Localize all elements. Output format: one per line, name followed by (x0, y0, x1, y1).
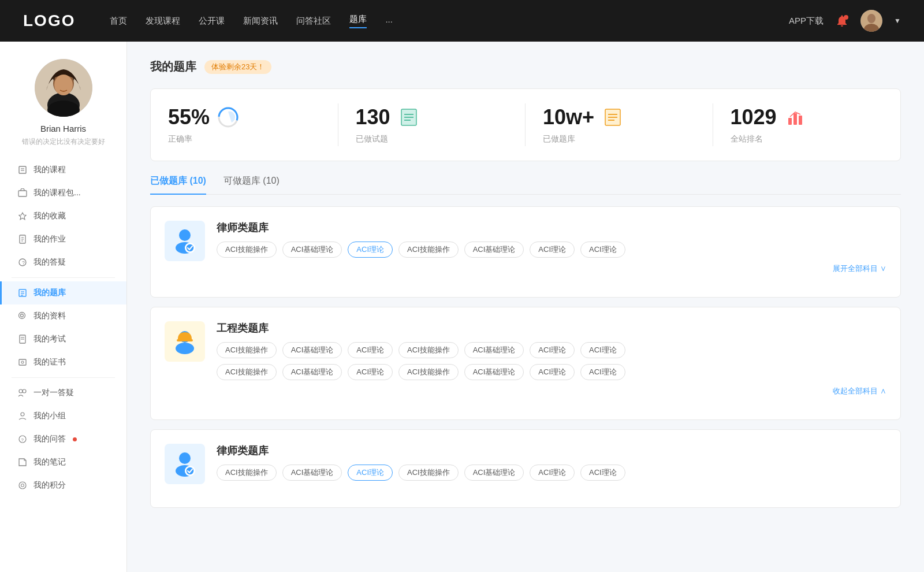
lawyer-icon-1 (165, 221, 205, 261)
expand-lawyer-1[interactable]: 展开全部科目 ∨ (217, 263, 886, 274)
tag-1[interactable]: ACI技能操作 (217, 242, 277, 258)
tag-4[interactable]: ACI技能操作 (398, 242, 459, 258)
bank-header-lawyer-2: 律师类题库 ACI技能操作 ACI基础理论 ACI理论 ACI技能操作 ACI基… (165, 444, 886, 484)
l2-tag-6[interactable]: ACI理论 (530, 465, 575, 481)
svg-point-30 (21, 361, 24, 363)
l2-tag-1[interactable]: ACI技能操作 (217, 465, 277, 481)
l2-tag-4[interactable]: ACI技能操作 (398, 465, 459, 481)
tag-3[interactable]: ACI理论 (348, 242, 393, 258)
sidebar-material-label: 我的资料 (33, 311, 66, 321)
sidebar-item-exam[interactable]: 我的考试 (0, 328, 126, 351)
oneonone-icon (17, 388, 28, 398)
bar-chart-icon (785, 107, 806, 128)
svg-rect-58 (177, 339, 193, 341)
navbar: LOGO 首页 发现课程 公开课 新闻资讯 问答社区 题库 ··· APP下载 … (0, 0, 924, 42)
trial-badge: 体验剩余23天！ (204, 60, 271, 74)
stat-correct-rate: 55% 正确率 (151, 89, 338, 161)
eng-tag-10[interactable]: ACI理论 (348, 364, 393, 380)
sidebar-item-points[interactable]: 我的积分 (0, 474, 126, 497)
eng-tag-14[interactable]: ACI理论 (580, 364, 625, 380)
sidebar-item-favorite[interactable]: 我的收藏 (0, 205, 126, 228)
cert-icon (17, 357, 28, 367)
sidebar-qa-label: 我的答疑 (33, 257, 66, 268)
nav-more[interactable]: ··· (385, 16, 393, 26)
page-title: 我的题库 (150, 59, 196, 75)
eng-tag-5[interactable]: ACI基础理论 (464, 342, 524, 358)
nav-qa[interactable]: 问答社区 (296, 16, 331, 27)
eng-tag-13[interactable]: ACI理论 (530, 364, 575, 380)
nav-news[interactable]: 新闻资讯 (243, 16, 278, 27)
eng-tag-6[interactable]: ACI理论 (530, 342, 575, 358)
tab-bar: 已做题库 (10) 可做题库 (10) (150, 175, 901, 195)
sidebar-notes-label: 我的笔记 (33, 457, 66, 467)
svg-rect-49 (788, 118, 792, 125)
tag-6[interactable]: ACI理论 (530, 242, 575, 258)
tab-done[interactable]: 已做题库 (10) (150, 175, 206, 194)
eng-tag-1[interactable]: ACI技能操作 (217, 342, 277, 358)
note-icon (17, 457, 28, 467)
nav-open[interactable]: 公开课 (199, 16, 225, 27)
sidebar-item-notes[interactable]: 我的笔记 (0, 451, 126, 474)
user-dropdown-icon[interactable]: ▼ (894, 17, 901, 25)
l2-tag-5[interactable]: ACI基础理论 (464, 465, 524, 481)
tag-5[interactable]: ACI基础理论 (464, 242, 524, 258)
sidebar-item-oneonone[interactable]: 一对一答疑 (0, 381, 126, 404)
nav-bank[interactable]: 题库 (349, 14, 367, 28)
stat-q-value: 130 (356, 105, 390, 129)
l2-tag-7[interactable]: ACI理论 (580, 465, 625, 481)
app-download-link[interactable]: APP下载 (789, 16, 824, 27)
eng-tag-7[interactable]: ACI理论 (580, 342, 625, 358)
sidebar-package-label: 我的课程包... (33, 188, 81, 198)
svg-rect-9 (19, 166, 26, 173)
svg-rect-51 (799, 116, 802, 125)
sidebar-user-name: Brian Harris (40, 124, 86, 133)
sidebar-item-package[interactable]: 我的课程包... (0, 181, 126, 205)
bank-tags-lawyer-1: ACI技能操作 ACI基础理论 ACI理论 ACI技能操作 ACI基础理论 AC… (217, 242, 886, 258)
user-avatar[interactable] (860, 10, 882, 32)
sidebar-item-homework[interactable]: 我的作业 (0, 228, 126, 251)
sidebar-exam-label: 我的考试 (33, 334, 66, 344)
logo[interactable]: LOGO (23, 12, 75, 30)
svg-point-7 (54, 75, 73, 95)
l2-tag-2[interactable]: ACI基础理论 (282, 465, 342, 481)
collapse-engineer[interactable]: 收起全部科目 ∧ (217, 386, 886, 396)
sidebar-item-qna[interactable]: ? 我的问答 (0, 428, 126, 451)
nav-discover[interactable]: 发现课程 (146, 16, 180, 27)
sidebar-group-label: 我的小组 (33, 411, 66, 421)
package-icon (17, 188, 28, 198)
eng-tag-12[interactable]: ACI基础理论 (464, 364, 524, 380)
stat-correct-top: 55% (168, 105, 321, 129)
sidebar-item-material[interactable]: 我的资料 (0, 304, 126, 328)
doc-list-icon (398, 107, 419, 128)
eng-tag-2[interactable]: ACI基础理论 (282, 342, 342, 358)
sidebar-item-cert[interactable]: 我的证书 (0, 351, 126, 374)
lawyer-icon-2 (165, 444, 205, 484)
eng-tag-4[interactable]: ACI技能操作 (398, 342, 459, 358)
stat-correct-value: 55% (168, 105, 210, 129)
nav-home[interactable]: 首页 (110, 16, 127, 27)
bank-content-lawyer-2: 律师类题库 ACI技能操作 ACI基础理论 ACI理论 ACI技能操作 ACI基… (217, 444, 886, 481)
eng-tag-3[interactable]: ACI理论 (348, 342, 393, 358)
tab-available[interactable]: 可做题库 (10) (223, 175, 280, 194)
stat-questions-done: 130 已做试题 (338, 89, 526, 161)
svg-marker-13 (19, 213, 26, 220)
sidebar-item-group[interactable]: 我的小组 (0, 404, 126, 428)
svg-point-59 (179, 452, 191, 464)
eng-tag-9[interactable]: ACI基础理论 (282, 364, 342, 380)
l2-tag-3[interactable]: ACI理论 (348, 465, 393, 481)
tag-7[interactable]: ACI理论 (580, 242, 625, 258)
sidebar-item-answerqa[interactable]: ? 我的答疑 (0, 251, 126, 274)
sidebar-favorite-label: 我的收藏 (33, 211, 66, 221)
points-icon (17, 480, 28, 491)
material-icon (17, 311, 28, 321)
svg-point-37 (21, 484, 24, 487)
notification-bell-icon[interactable] (835, 14, 849, 28)
sidebar-item-bank[interactable]: 我的题库 (0, 281, 126, 304)
sidebar-item-course[interactable]: 我的课程 (0, 158, 126, 181)
star-icon (17, 211, 28, 221)
eng-tag-8[interactable]: ACI技能操作 (217, 364, 277, 380)
bank-tags-lawyer-2: ACI技能操作 ACI基础理论 ACI理论 ACI技能操作 ACI基础理论 AC… (217, 465, 886, 481)
eng-tag-11[interactable]: ACI技能操作 (398, 364, 459, 380)
stat-r-top: 1029 (731, 105, 884, 129)
tag-2[interactable]: ACI基础理论 (282, 242, 342, 258)
